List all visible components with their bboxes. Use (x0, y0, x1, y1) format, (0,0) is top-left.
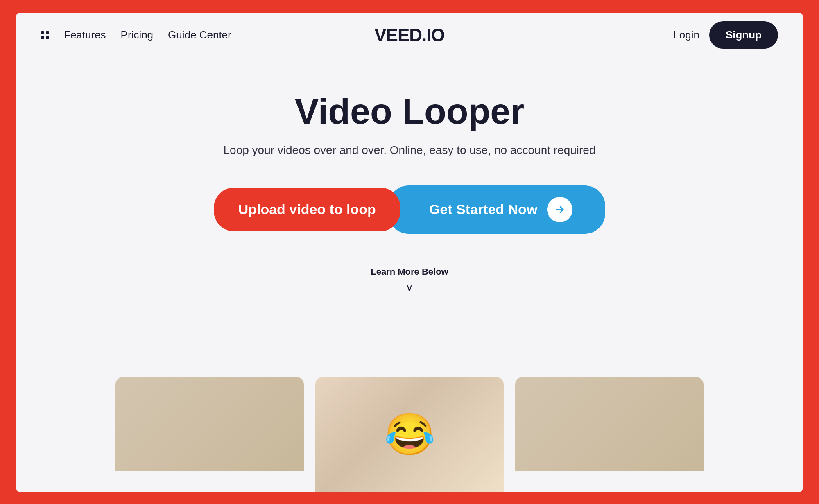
thumbnail-right (515, 377, 704, 471)
video-thumbnails-section: 😂 (16, 365, 803, 492)
learn-more-text: Learn More Below (371, 267, 448, 277)
upload-video-button[interactable]: Upload video to loop (214, 188, 400, 231)
nav-pricing-link[interactable]: Pricing (121, 29, 153, 41)
learn-more-section: Learn More Below ∨ (371, 267, 448, 294)
cta-container: Upload video to loop Get Started Now (214, 185, 606, 234)
hero-title: Video Looper (295, 90, 525, 132)
arrow-circle (547, 197, 572, 222)
grid-icon[interactable] (41, 31, 49, 39)
nav-guide-link[interactable]: Guide Center (168, 29, 231, 41)
nav-left: Features Pricing Guide Center (41, 29, 231, 41)
signup-button[interactable]: Signup (709, 21, 778, 49)
get-started-label: Get Started Now (429, 201, 537, 217)
thumbnails-row: 😂 (16, 377, 803, 492)
navbar: Features Pricing Guide Center VEED.IO Lo… (16, 13, 803, 58)
arrow-right-icon (554, 204, 566, 215)
chevron-down-icon: ∨ (406, 282, 413, 294)
nav-right: Login Signup (673, 21, 778, 49)
thumbnail-center: 😂 (315, 377, 504, 492)
hero-section: Video Looper Loop your videos over and o… (16, 58, 803, 492)
nav-features-link[interactable]: Features (64, 29, 106, 41)
page-frame: Features Pricing Guide Center VEED.IO Lo… (16, 13, 803, 492)
brand-logo[interactable]: VEED.IO (374, 25, 445, 45)
hero-subtitle: Loop your videos over and over. Online, … (223, 144, 595, 157)
emoji-icon: 😂 (384, 410, 435, 459)
get-started-button[interactable]: Get Started Now (388, 185, 605, 234)
thumbnail-left (115, 377, 304, 471)
login-link[interactable]: Login (673, 29, 699, 41)
